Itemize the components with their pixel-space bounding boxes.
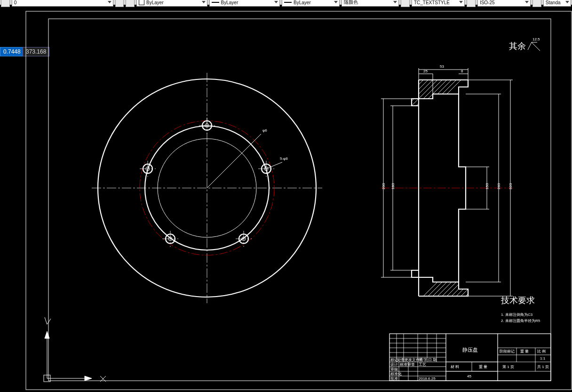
svg-line-43 xyxy=(395,38,489,132)
svg-text:25: 25 xyxy=(423,69,428,73)
ucs-icon xyxy=(44,317,106,382)
svg-line-6 xyxy=(47,319,51,324)
svg-line-35 xyxy=(207,134,261,188)
svg-text:比 例: 比 例 xyxy=(537,349,546,353)
svg-text:设计: 设计 xyxy=(390,362,398,367)
svg-text:处数: 处数 xyxy=(397,358,405,362)
svg-text:其余: 其余 xyxy=(509,41,526,51)
svg-line-5 xyxy=(45,317,47,324)
front-view: φ6 5-φ8 xyxy=(92,73,322,303)
svg-text:5-φ8: 5-φ8 xyxy=(280,157,288,161)
textstyle-value: TC_TEXTSTYLE xyxy=(414,0,450,5)
svg-marker-1 xyxy=(85,376,92,381)
section-view: 53 25 8 320 260 150 200 180 xyxy=(381,9,513,367)
svg-line-44 xyxy=(395,42,489,136)
surface-roughness: 其余 12.5 xyxy=(509,37,540,51)
svg-text:150: 150 xyxy=(485,183,489,189)
cad-canvas[interactable]: φ6 5-φ8 xyxy=(0,5,572,392)
svg-text:1. 未标注倒角为C3: 1. 未标注倒角为C3 xyxy=(501,313,533,317)
sheet-outer-frame xyxy=(26,11,572,390)
svg-text:45: 45 xyxy=(467,374,471,378)
title-block: 标记 处数 更改文件号 签 字 日 期 设计 审核 标准化 批准 标准审查 工艺… xyxy=(389,334,551,381)
svg-line-41 xyxy=(395,28,489,122)
svg-text:2018.6.25: 2018.6.25 xyxy=(419,376,436,381)
svg-text:φ6: φ6 xyxy=(262,128,267,133)
svg-text:1:1: 1:1 xyxy=(540,356,546,361)
svg-text:标准化: 标准化 xyxy=(390,372,402,376)
svg-line-36 xyxy=(266,162,282,169)
tech-requirements: 技术要求 1. 未标注倒角为C3 2. 未标注圆角半径为R5 xyxy=(500,296,540,323)
plotstyle-value: ByLayer xyxy=(294,0,311,5)
svg-text:260: 260 xyxy=(497,183,501,189)
svg-text:共 1 页: 共 1 页 xyxy=(537,365,549,369)
svg-text:审核: 审核 xyxy=(390,367,398,371)
svg-rect-131 xyxy=(446,371,498,381)
svg-line-40 xyxy=(395,24,489,118)
svg-text:标记: 标记 xyxy=(390,358,398,362)
svg-line-53 xyxy=(395,244,489,338)
svg-text:12.5: 12.5 xyxy=(532,37,540,41)
linetype-value: ByLayer xyxy=(146,0,164,5)
svg-text:签  字: 签 字 xyxy=(419,358,427,362)
svg-text:53: 53 xyxy=(440,64,444,69)
svg-text:标准审查: 标准审查 xyxy=(399,362,415,367)
svg-text:重    量: 重 量 xyxy=(479,365,487,369)
svg-text:180: 180 xyxy=(391,183,395,189)
svg-text:320: 320 xyxy=(508,183,513,189)
svg-text:批准: 批准 xyxy=(390,376,398,381)
svg-text:重    量: 重 量 xyxy=(520,349,529,353)
sheet-inner-frame xyxy=(48,19,551,381)
svg-text:日  期: 日 期 xyxy=(428,358,437,362)
dimstyle-value: ISO-25 xyxy=(480,0,495,5)
svg-text:第 1 页: 第 1 页 xyxy=(502,365,514,369)
lineweight-value: ByLayer xyxy=(221,0,238,5)
property-toolbar: 0 ByLayer ByLayer ByLayer 随颜色 TC_TEXTSTY… xyxy=(0,0,572,5)
svg-text:技术要求: 技术要求 xyxy=(500,296,535,305)
svg-text:材    料: 材 料 xyxy=(450,365,459,369)
svg-text:200: 200 xyxy=(381,183,386,189)
svg-line-54 xyxy=(395,240,489,334)
svg-text:静压盘: 静压盘 xyxy=(462,347,478,353)
tablestyle-value: Standa xyxy=(546,0,561,5)
svg-text:工艺: 工艺 xyxy=(419,362,426,367)
svg-text:8: 8 xyxy=(461,69,463,73)
svg-text:阶段标记: 阶段标记 xyxy=(500,349,515,353)
svg-text:2. 未标注圆角半径为R5: 2. 未标注圆角半径为R5 xyxy=(501,319,540,323)
layer-value: 0 xyxy=(14,0,17,5)
